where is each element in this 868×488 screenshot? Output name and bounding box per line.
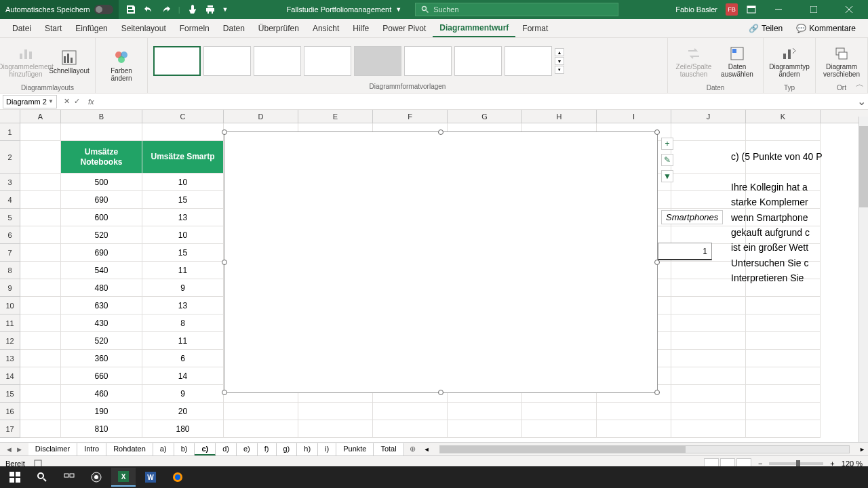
resize-handle[interactable] <box>438 390 443 395</box>
sheet-tab-f)[interactable]: f) <box>258 443 277 455</box>
sheet-nav-next[interactable]: ► <box>16 445 23 453</box>
resize-handle[interactable] <box>222 260 227 265</box>
tab-ansicht[interactable]: Ansicht <box>306 19 346 37</box>
comments-button[interactable]: 💬Kommentare <box>789 24 863 33</box>
cell-G17[interactable] <box>448 420 522 438</box>
cell-A15[interactable] <box>20 385 61 403</box>
cell-C9[interactable]: 9 <box>142 279 224 297</box>
resize-handle[interactable] <box>222 129 227 135</box>
row-header[interactable]: 17 <box>0 420 20 438</box>
cell-C17[interactable]: 180 <box>142 420 224 438</box>
tab-diagrammentwurf[interactable]: Diagrammentwurf <box>433 19 515 37</box>
chart-style-3[interactable] <box>254 46 301 76</box>
document-title[interactable]: Fallstudie Portfoliomanagement ▼ <box>287 5 402 14</box>
resize-handle[interactable] <box>222 390 227 395</box>
ribbon-display-icon[interactable] <box>746 4 757 15</box>
cell-J1[interactable] <box>671 123 746 141</box>
resize-handle[interactable] <box>654 129 660 135</box>
cell-B6[interactable]: 520 <box>61 226 142 244</box>
cell-C11[interactable]: 8 <box>142 314 224 332</box>
cell-I17[interactable] <box>597 420 671 438</box>
select-data-button[interactable]: Daten auswählen <box>717 41 757 83</box>
col-header-E[interactable]: E <box>298 110 373 123</box>
row-header[interactable]: 3 <box>0 174 20 191</box>
cell-C8[interactable]: 11 <box>142 262 224 279</box>
cell-A9[interactable] <box>20 279 61 297</box>
cell-F16[interactable] <box>373 403 448 420</box>
cell-C3[interactable]: 10 <box>142 174 224 191</box>
cell-A17[interactable] <box>20 420 61 438</box>
gallery-scroll-down[interactable]: ▼ <box>555 57 564 65</box>
cell-B3[interactable]: 500 <box>61 174 142 191</box>
chart-style-8[interactable] <box>505 46 552 76</box>
cell-C1[interactable] <box>142 123 224 141</box>
cell-K11[interactable] <box>746 314 821 332</box>
cell-B9[interactable]: 480 <box>61 279 142 297</box>
col-header-K[interactable]: K <box>746 110 821 123</box>
cell-K12[interactable] <box>746 332 821 350</box>
cell-B14[interactable]: 660 <box>61 367 142 385</box>
redo-icon[interactable] <box>161 4 172 15</box>
row-header[interactable]: 16 <box>0 403 20 420</box>
user-avatar[interactable]: FB <box>726 3 738 16</box>
cell-J12[interactable] <box>671 332 746 350</box>
chart-style-7[interactable] <box>454 46 502 76</box>
cell-B5[interactable]: 600 <box>61 209 142 226</box>
zoom-slider[interactable] <box>769 462 823 465</box>
row-header[interactable]: 2 <box>0 141 20 174</box>
cell-B2[interactable]: Umsätze Notebooks <box>61 141 142 174</box>
sheet-tab-Rohdaten[interactable]: Rohdaten <box>106 443 153 455</box>
cell-A7[interactable] <box>20 244 61 262</box>
vertical-scrollbar[interactable] <box>859 117 868 442</box>
tab-start[interactable]: Start <box>38 19 68 37</box>
formula-expand-button[interactable]: ⌄ <box>854 95 868 108</box>
tab-hilfe[interactable]: Hilfe <box>346 19 376 37</box>
tab-seitenlayout[interactable]: Seitenlayout <box>115 19 173 37</box>
cell-A4[interactable] <box>20 191 61 209</box>
cell-B1[interactable] <box>61 123 142 141</box>
cell-A14[interactable] <box>20 367 61 385</box>
cell-B17[interactable]: 810 <box>61 420 142 438</box>
scrollbar-thumb[interactable] <box>440 446 686 453</box>
change-colors-button[interactable]: Farben ändern <box>101 45 142 87</box>
row-header[interactable]: 6 <box>0 226 20 244</box>
hscroll-left[interactable]: ◄ <box>424 446 430 453</box>
tab-überprüfen[interactable]: Überprüfen <box>252 19 306 37</box>
chart-object[interactable]: + ✎ ▼ <box>224 131 658 393</box>
cell-E16[interactable] <box>298 403 373 420</box>
cell-K16[interactable] <box>746 403 821 420</box>
search-button[interactable] <box>30 468 54 487</box>
cell-H16[interactable] <box>522 403 597 420</box>
chart-styles-button[interactable]: ✎ <box>661 154 673 166</box>
col-header-C[interactable]: C <box>142 110 224 123</box>
tab-power pivot[interactable]: Power Pivot <box>376 19 433 37</box>
sheet-tab-Punkte[interactable]: Punkte <box>336 443 374 455</box>
autosave-toggle[interactable]: Automatisches Speichern <box>0 0 119 19</box>
accept-formula-icon[interactable]: ✓ <box>74 97 80 106</box>
chart-style-5[interactable] <box>354 46 401 76</box>
cell-D16[interactable] <box>224 403 298 420</box>
cell-J13[interactable] <box>671 350 746 367</box>
sheet-tab-g)[interactable]: g) <box>277 443 298 455</box>
gallery-expand[interactable]: ▾ <box>555 66 564 74</box>
cell-K13[interactable] <box>746 350 821 367</box>
cell-A10[interactable] <box>20 297 61 314</box>
row-header[interactable]: 11 <box>0 314 20 332</box>
cell-G16[interactable] <box>448 403 522 420</box>
change-chart-type-button[interactable]: Diagrammtyp ändern <box>769 41 810 83</box>
col-header-J[interactable]: J <box>671 110 746 123</box>
col-header-D[interactable]: D <box>224 110 298 123</box>
resize-handle[interactable] <box>438 129 443 135</box>
start-button[interactable] <box>3 468 27 487</box>
cell-C4[interactable]: 15 <box>142 191 224 209</box>
cell-K15[interactable] <box>746 385 821 403</box>
cell-C7[interactable]: 15 <box>142 244 224 262</box>
cell-A2[interactable] <box>20 141 61 174</box>
cell-C2[interactable]: Umsätze Smartp <box>142 141 224 174</box>
add-sheet-button[interactable]: ⊕ <box>404 445 421 453</box>
cell-B10[interactable]: 630 <box>61 297 142 314</box>
cell-J11[interactable] <box>671 314 746 332</box>
chart-style-6[interactable] <box>404 46 452 76</box>
cell-A16[interactable] <box>20 403 61 420</box>
cell-B4[interactable]: 690 <box>61 191 142 209</box>
